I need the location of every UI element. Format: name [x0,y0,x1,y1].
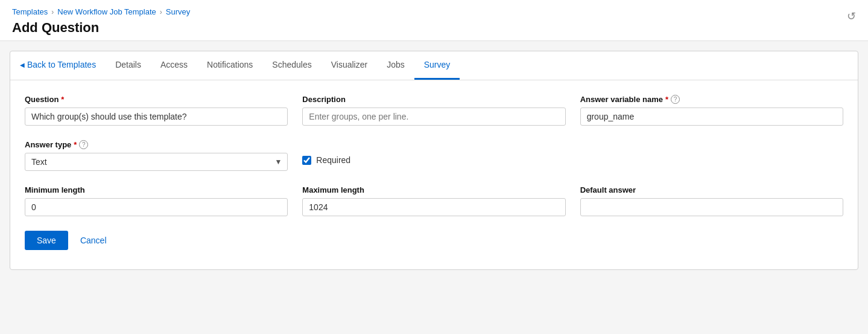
answer-variable-label: Answer variable name * ? [580,95,843,104]
question-input[interactable] [25,108,288,126]
tab-notifications[interactable]: Notifications [197,51,262,80]
breadcrumb: Templates › New Workflow Job Template › … [12,7,856,16]
tabs-nav: Back to TemplatesDetailsAccessNotificati… [10,51,858,80]
description-group: Description [302,95,565,126]
form-row-2: Answer type * ? TextTextareaPasswordInte… [25,140,843,171]
breadcrumb-templates[interactable]: Templates [12,7,48,16]
answer-variable-help-icon[interactable]: ? [671,95,680,104]
answer-type-group: Answer type * ? TextTextareaPasswordInte… [25,140,288,171]
default-answer-input[interactable] [580,198,843,216]
answer-type-required-star: * [74,140,77,149]
max-length-group: Maximum length [302,185,565,216]
min-length-label: Minimum length [25,185,288,194]
question-group: Question * [25,95,288,126]
page-title: Add Question [12,20,856,36]
breadcrumb-sep-2: › [160,8,162,16]
form-row-1: Question * Description Answer variable n… [25,95,843,126]
save-button[interactable]: Save [25,231,68,250]
answer-variable-required-star: * [665,95,668,104]
breadcrumb-new-workflow[interactable]: New Workflow Job Template [57,7,156,16]
tab-jobs[interactable]: Jobs [377,51,414,80]
breadcrumb-sep-1: › [51,8,54,16]
top-bar: Templates › New Workflow Job Template › … [0,0,868,41]
required-group: spacer Required [302,140,565,171]
cancel-button[interactable]: Cancel [78,231,109,250]
description-label: Description [302,95,565,104]
default-answer-group: Default answer [580,185,843,216]
min-length-group: Minimum length [25,185,288,216]
answer-type-select[interactable]: TextTextareaPasswordIntegerFloatMultiple… [25,153,288,171]
form-row-3: Minimum length Maximum length Default an… [25,185,843,216]
form-actions: Save Cancel [25,231,843,250]
question-label: Question * [25,95,288,104]
default-answer-label: Default answer [580,185,843,194]
breadcrumb-survey: Survey [166,7,190,16]
answer-variable-input[interactable] [580,108,843,126]
max-length-input[interactable] [302,198,565,216]
answer-type-label: Answer type * ? [25,140,288,149]
tab-schedules[interactable]: Schedules [262,51,321,80]
tab-access[interactable]: Access [151,51,197,80]
main-content: Back to TemplatesDetailsAccessNotificati… [10,51,858,270]
tab-visualizer[interactable]: Visualizer [322,51,377,80]
answer-variable-group: Answer variable name * ? [580,95,843,126]
answer-type-help-icon[interactable]: ? [79,140,88,149]
placeholder-col [580,140,843,171]
history-icon[interactable]: ↺ [847,10,856,23]
form-area: Question * Description Answer variable n… [10,80,858,269]
answer-type-select-wrapper: TextTextareaPasswordIntegerFloatMultiple… [25,153,288,171]
tab-details[interactable]: Details [106,51,151,80]
tab-back-to-templates[interactable]: Back to Templates [20,51,106,80]
description-input[interactable] [302,108,565,126]
question-required-star: * [61,95,64,104]
tab-survey[interactable]: Survey [414,51,460,80]
required-checkbox-label[interactable]: Required [316,155,350,165]
min-length-input[interactable] [25,198,288,216]
required-checkbox[interactable] [302,156,311,165]
required-checkbox-row: Required [302,155,565,165]
max-length-label: Maximum length [302,185,565,194]
